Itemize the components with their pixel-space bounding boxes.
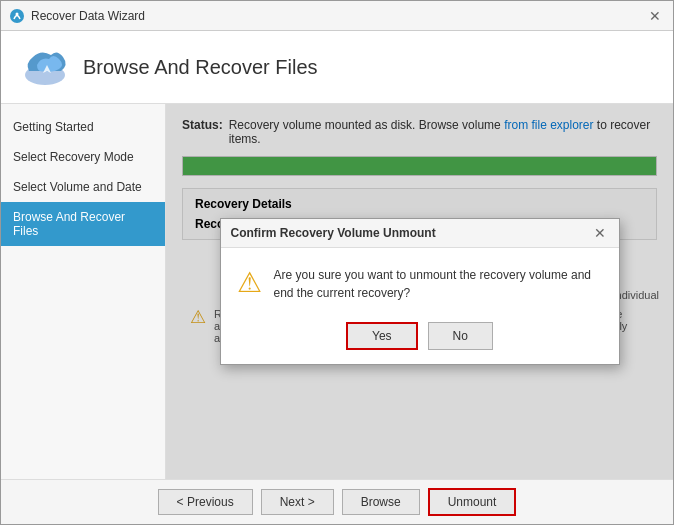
modal-yes-button[interactable]: Yes [346,322,418,350]
sidebar: Getting Started Select Recovery Mode Sel… [1,104,166,479]
confirm-dialog: Confirm Recovery Volume Unmount ✕ ⚠ Are … [220,218,620,365]
title-bar-left: Recover Data Wizard [9,8,145,24]
main-panel: Status: Recovery volume mounted as disk.… [166,104,673,479]
app-header: Browse And Recover Files [1,31,673,104]
modal-overlay: Confirm Recovery Volume Unmount ✕ ⚠ Are … [166,104,673,479]
sidebar-item-select-recovery-mode[interactable]: Select Recovery Mode [1,142,165,172]
window-close-button[interactable]: ✕ [645,6,665,26]
modal-warning-icon: ⚠ [237,266,262,299]
sidebar-item-getting-started[interactable]: Getting Started [1,112,165,142]
modal-title: Confirm Recovery Volume Unmount [231,226,436,240]
previous-button[interactable]: < Previous [158,489,253,515]
window-title: Recover Data Wizard [31,9,145,23]
modal-footer: Yes No [221,314,619,364]
main-window: Recover Data Wizard ✕ Browse And Recover… [0,0,674,525]
modal-body: ⚠ Are you sure you want to unmount the r… [221,248,619,314]
modal-no-button[interactable]: No [428,322,493,350]
sidebar-item-select-volume-date[interactable]: Select Volume and Date [1,172,165,202]
unmount-button[interactable]: Unmount [428,488,517,516]
browse-button[interactable]: Browse [342,489,420,515]
modal-close-button[interactable]: ✕ [591,225,609,241]
sidebar-item-browse-recover[interactable]: Browse And Recover Files [1,202,165,246]
modal-title-bar: Confirm Recovery Volume Unmount ✕ [221,219,619,248]
svg-point-1 [16,12,19,15]
title-bar: Recover Data Wizard ✕ [1,1,673,31]
page-title: Browse And Recover Files [83,56,318,79]
next-button[interactable]: Next > [261,489,334,515]
header-icon [21,43,69,91]
app-icon [9,8,25,24]
content-area: Getting Started Select Recovery Mode Sel… [1,104,673,479]
modal-message: Are you sure you want to unmount the rec… [274,266,603,302]
footer: < Previous Next > Browse Unmount [1,479,673,524]
